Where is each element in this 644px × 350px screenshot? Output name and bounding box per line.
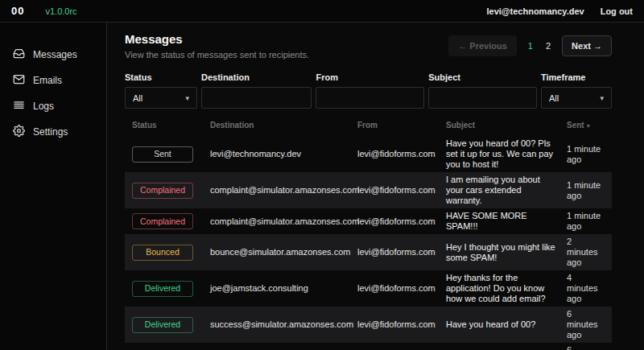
column-header-status[interactable]: Status xyxy=(132,121,210,130)
destination-cell: complaint@simulator.amazonses.com xyxy=(210,185,357,196)
sidebar-item-emails[interactable]: Emails xyxy=(0,68,106,93)
subject-cell: Hey thanks for the application! Do you k… xyxy=(446,273,567,304)
sent-cell: 1 minute ago xyxy=(567,144,612,165)
status-badge: Complained xyxy=(132,213,193,229)
column-header-from[interactable]: From xyxy=(357,121,446,130)
status-badge: Complained xyxy=(132,183,193,199)
destination-cell: complaint@simulator.amazonses.com xyxy=(210,216,357,227)
subject-cell: Have you heard of 00? xyxy=(446,319,567,330)
destination-cell: joe@jamstack.consulting xyxy=(210,283,357,294)
table-row[interactable]: Deliveredsuccess@simulator.amazonses.com… xyxy=(125,307,612,343)
inbox-icon xyxy=(13,47,25,62)
filters-bar: Status All ▾ Destination From Subject Ti… xyxy=(125,72,612,109)
sidebar-item-messages[interactable]: Messages xyxy=(0,42,106,68)
table-row[interactable]: Sentlevi@technomancy.devlevi@fidoforms.c… xyxy=(125,136,612,172)
chevron-down-icon: ▾ xyxy=(185,94,189,102)
version-label: v1.0.0rc xyxy=(45,6,76,16)
column-header-sent[interactable]: Sent▾ xyxy=(567,121,612,130)
from-cell: levi@fidoforms.com xyxy=(357,247,446,257)
timeframe-filter-select[interactable]: All ▾ xyxy=(541,87,612,109)
envelope-icon xyxy=(13,73,25,88)
chevron-down-icon: ▾ xyxy=(600,94,604,102)
gear-icon xyxy=(13,125,25,139)
from-cell: levi@fidoforms.com xyxy=(357,283,446,294)
status-filter-label: Status xyxy=(125,72,197,82)
from-cell: levi@fidoforms.com xyxy=(357,216,446,227)
sort-descending-icon: ▾ xyxy=(587,122,590,130)
from-filter-input[interactable] xyxy=(316,87,424,109)
subject-cell: Have you heard of 00? Pls set it up for … xyxy=(446,138,567,170)
table-row[interactable]: Deliveredsuccess@simulator.amazonses.com… xyxy=(125,343,612,350)
subject-cell: I am emailing you about your cars extend… xyxy=(446,175,567,206)
table-row[interactable]: Complainedcomplaint@simulator.amazonses.… xyxy=(125,208,612,234)
sidebar-item-settings[interactable]: Settings xyxy=(0,119,106,145)
sidebar: Messages Emails Logs Settings xyxy=(0,23,107,350)
previous-button[interactable]: ← Previous xyxy=(448,35,517,56)
page-title: Messages xyxy=(125,32,309,46)
sent-cell: 6 minutes ago xyxy=(567,309,612,340)
messages-table: Status Destination From Subject Sent▾ Se… xyxy=(125,121,612,350)
subject-filter-input[interactable] xyxy=(428,87,537,109)
table-row[interactable]: Deliveredjoe@jamstack.consultinglevi@fid… xyxy=(125,270,612,307)
page-number-2[interactable]: 2 xyxy=(544,41,552,51)
from-cell: levi@fidoforms.com xyxy=(357,149,446,159)
subject-cell: HAVE SOME MORE SPAM!!! xyxy=(446,211,567,232)
sent-cell: 1 minute ago xyxy=(567,211,612,232)
sent-cell: 6 minutes ago xyxy=(567,345,612,350)
table-body: Sentlevi@technomancy.devlevi@fidoforms.c… xyxy=(125,136,612,350)
next-button[interactable]: Next → xyxy=(562,35,612,56)
sidebar-item-label: Logs xyxy=(33,101,54,112)
destination-filter-input[interactable] xyxy=(201,87,312,109)
timeframe-filter-label: Timeframe xyxy=(541,72,612,82)
app-logo: 00 xyxy=(11,5,24,17)
table-row[interactable]: Bouncedbounce@simulator.amazonses.comlev… xyxy=(125,234,612,270)
status-cell: Complained xyxy=(132,213,210,229)
sent-cell: 4 minutes ago xyxy=(567,273,612,304)
status-badge: Delivered xyxy=(132,317,193,333)
sidebar-item-label: Settings xyxy=(33,126,68,138)
from-filter-label: From xyxy=(316,72,424,82)
sent-cell: 1 minute ago xyxy=(567,180,612,201)
status-filter-select[interactable]: All ▾ xyxy=(125,87,197,109)
column-header-destination[interactable]: Destination xyxy=(210,121,357,130)
status-cell: Delivered xyxy=(132,281,210,297)
sidebar-item-label: Emails xyxy=(33,75,62,86)
status-cell: Sent xyxy=(132,146,210,163)
page-number-1[interactable]: 1 xyxy=(526,41,535,51)
logs-icon xyxy=(13,99,25,113)
table-row[interactable]: Complainedcomplaint@simulator.amazonses.… xyxy=(125,172,612,208)
timeframe-filter-value: All xyxy=(549,93,559,103)
destination-cell: bounce@simulator.amazonses.com xyxy=(210,247,357,257)
destination-filter-label: Destination xyxy=(201,72,312,82)
sidebar-item-label: Messages xyxy=(33,49,77,60)
status-cell: Bounced xyxy=(132,245,210,261)
destination-cell: success@simulator.amazonses.com xyxy=(210,319,357,330)
status-badge: Bounced xyxy=(132,245,193,261)
column-header-subject[interactable]: Subject xyxy=(446,121,567,130)
sidebar-item-logs[interactable]: Logs xyxy=(0,93,106,119)
subject-cell: Hey I thought you might like some SPAM! xyxy=(446,242,567,263)
page-subtitle: View the status of messages sent to reci… xyxy=(125,50,309,60)
user-email: levi@technomancy.dev xyxy=(486,6,584,16)
sent-cell: 2 minutes ago xyxy=(567,237,612,268)
status-filter-value: All xyxy=(133,93,142,103)
topbar-right: levi@technomancy.dev Log out xyxy=(486,6,633,16)
pagination: ← Previous 1 2 Next → xyxy=(448,35,612,56)
logout-link[interactable]: Log out xyxy=(601,6,633,16)
destination-cell: levi@technomancy.dev xyxy=(210,149,357,159)
from-cell: levi@fidoforms.com xyxy=(357,319,446,330)
status-badge: Delivered xyxy=(132,281,193,297)
status-cell: Complained xyxy=(132,183,210,199)
status-cell: Delivered xyxy=(132,317,210,333)
top-bar: 00 v1.0.0rc levi@technomancy.dev Log out xyxy=(0,0,644,23)
from-cell: levi@fidoforms.com xyxy=(357,185,446,196)
status-badge: Sent xyxy=(132,146,193,163)
main-content: Messages View the status of messages sen… xyxy=(107,23,644,350)
subject-filter-label: Subject xyxy=(428,72,537,82)
table-header: Status Destination From Subject Sent▾ xyxy=(125,121,612,136)
